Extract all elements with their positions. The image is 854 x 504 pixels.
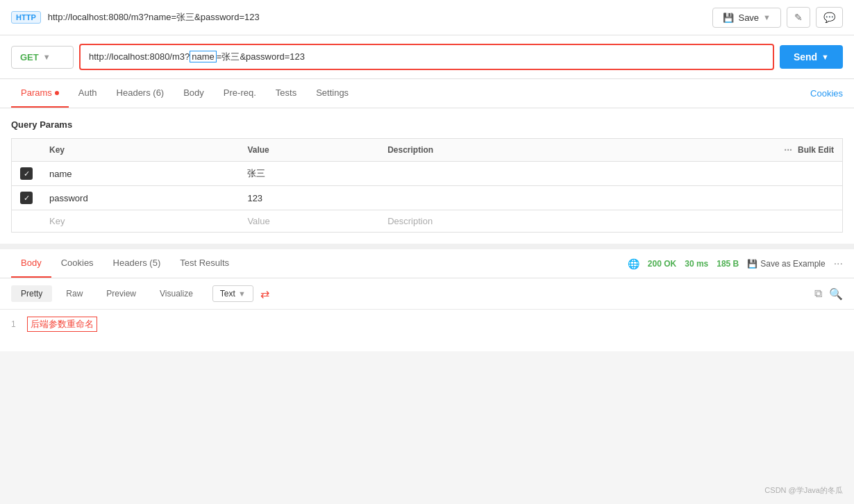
url-display: http://localhost:8080/m3?name=张三&passwor…: [89, 51, 764, 63]
text-type-label: Text: [220, 289, 235, 299]
row3-key-placeholder[interactable]: Key: [41, 210, 239, 233]
send-chevron-icon: ▼: [821, 53, 829, 61]
table-row-empty: Key Value Description: [12, 210, 843, 233]
response-tab-cookies[interactable]: Cookies: [51, 249, 103, 278]
table-row: ✓ name 张三: [12, 162, 843, 186]
save-example-icon: 💾: [747, 259, 757, 269]
row2-checkbox-cell[interactable]: ✓: [12, 186, 42, 210]
search-response-button[interactable]: 🔍: [829, 287, 843, 301]
row3-checkbox-cell: [12, 210, 42, 233]
wrap-icon[interactable]: ⇄: [260, 287, 269, 301]
url-part2: =张三&password=123: [217, 51, 305, 62]
row1-actions: [603, 162, 843, 186]
response-line-1: 1 后端参数重命名: [11, 317, 843, 332]
method-select[interactable]: GET ▼: [11, 46, 74, 69]
request-tabs-bar: Params Auth Headers (6) Body Pre-req. Te…: [0, 79, 854, 108]
row1-key[interactable]: name: [41, 162, 239, 186]
row2-value[interactable]: 123: [239, 186, 379, 210]
save-chevron-icon: ▼: [763, 13, 771, 22]
save-as-example-button[interactable]: 💾 Save as Example: [747, 259, 825, 269]
format-raw-button[interactable]: Raw: [56, 285, 92, 302]
tab-headers-label: Headers (6): [117, 87, 165, 98]
http-badge: HTTP: [11, 11, 41, 24]
tab-prereq[interactable]: Pre-req.: [214, 79, 266, 108]
tab-body[interactable]: Body: [174, 79, 214, 108]
row2-checkbox[interactable]: ✓: [20, 192, 33, 204]
tab-headers[interactable]: Headers (6): [107, 79, 174, 108]
status-size: 185 B: [717, 259, 739, 269]
text-type-chevron-icon: ▼: [238, 289, 246, 298]
tab-body-label: Body: [183, 87, 204, 98]
params-section: Query Params Key Value Description ··· B…: [0, 108, 854, 244]
params-table: Key Value Description ··· Bulk Edit ✓ na…: [11, 138, 843, 233]
send-button[interactable]: Send ▼: [780, 45, 843, 69]
response-format-bar: Pretty Raw Preview Visualize Text ▼ ⇄ ⧉ …: [0, 278, 854, 310]
response-tab-body[interactable]: Body: [11, 249, 51, 278]
th-bulk-actions: ··· Bulk Edit: [603, 139, 843, 162]
top-url-display: http://localhost:8080/m3?name=张三&passwor…: [48, 11, 706, 24]
th-key: Key: [41, 139, 239, 162]
save-label: Save: [738, 12, 759, 23]
tab-auth[interactable]: Auth: [69, 79, 107, 108]
row1-checkbox[interactable]: ✓: [20, 167, 33, 180]
row1-checkbox-cell[interactable]: ✓: [12, 162, 42, 186]
url-input-wrapper[interactable]: http://localhost:8080/m3?name=张三&passwor…: [79, 44, 774, 70]
method-label: GET: [20, 52, 39, 62]
response-action-icons: ⧉ 🔍: [814, 287, 843, 301]
th-description: Description: [379, 139, 603, 162]
row2-description[interactable]: [379, 186, 603, 210]
response-status-area: 🌐 200 OK 30 ms 185 B 💾 Save as Example ·…: [628, 258, 843, 270]
cookies-link[interactable]: Cookies: [810, 80, 843, 107]
bulk-edit-button[interactable]: Bulk Edit: [798, 145, 834, 155]
th-checkbox: [12, 139, 42, 162]
request-bar: GET ▼ http://localhost:8080/m3?name=张三&p…: [0, 35, 854, 79]
row1-description[interactable]: [379, 162, 603, 186]
tab-params[interactable]: Params: [11, 79, 69, 108]
format-pretty-button[interactable]: Pretty: [11, 285, 52, 302]
send-label: Send: [794, 51, 817, 62]
response-tabs-bar: Body Cookies Headers (5) Test Results 🌐 …: [0, 249, 854, 278]
response-tab-body-label: Body: [21, 258, 42, 268]
tab-tests-label: Tests: [276, 87, 296, 98]
response-tab-headers[interactable]: Headers (5): [103, 249, 171, 278]
row1-value[interactable]: 张三: [239, 162, 379, 186]
edit-button[interactable]: ✎: [787, 7, 810, 28]
method-chevron-icon: ▼: [43, 53, 51, 61]
tab-settings[interactable]: Settings: [306, 79, 358, 108]
tab-tests[interactable]: Tests: [266, 79, 306, 108]
table-row: ✓ password 123: [12, 186, 843, 210]
row2-key[interactable]: password: [41, 186, 239, 210]
query-params-title: Query Params: [11, 119, 843, 130]
save-button[interactable]: 💾 Save ▼: [712, 8, 781, 28]
format-visualize-button[interactable]: Visualize: [150, 285, 203, 302]
status-time: 30 ms: [685, 259, 708, 269]
comment-button[interactable]: 💬: [816, 7, 843, 28]
line-number-1: 1: [11, 319, 16, 329]
row3-description-placeholder[interactable]: Description: [379, 210, 603, 233]
top-actions: 💾 Save ▼ ✎ 💬: [712, 7, 843, 28]
url-part1: http://localhost:8080/m3?: [89, 51, 190, 62]
tab-settings-label: Settings: [316, 87, 349, 98]
save-example-label: Save as Example: [760, 259, 825, 269]
bulk-ellipsis-icon[interactable]: ···: [784, 144, 792, 156]
response-more-icon[interactable]: ···: [834, 258, 843, 270]
response-tab-test-results[interactable]: Test Results: [170, 249, 239, 278]
format-preview-button[interactable]: Preview: [97, 285, 146, 302]
response-tab-test-results-label: Test Results: [180, 258, 229, 268]
section-divider: [0, 244, 854, 249]
top-bar: HTTP http://localhost:8080/m3?name=张三&pa…: [0, 0, 854, 35]
status-ok: 200 OK: [648, 259, 676, 269]
text-type-dropdown[interactable]: Text ▼: [212, 285, 253, 302]
params-dot: [55, 91, 59, 95]
row2-actions: [603, 186, 843, 210]
row3-value-placeholder[interactable]: Value: [239, 210, 379, 233]
response-tab-headers-label: Headers (5): [113, 258, 161, 268]
tab-prereq-label: Pre-req.: [224, 87, 256, 98]
tab-params-label: Params: [21, 87, 52, 98]
th-value: Value: [239, 139, 379, 162]
row3-actions: [603, 210, 843, 233]
response-content: 后端参数重命名: [27, 317, 97, 332]
copy-response-button[interactable]: ⧉: [814, 287, 822, 301]
tab-auth-label: Auth: [78, 87, 97, 98]
url-highlight: name: [190, 51, 217, 62]
